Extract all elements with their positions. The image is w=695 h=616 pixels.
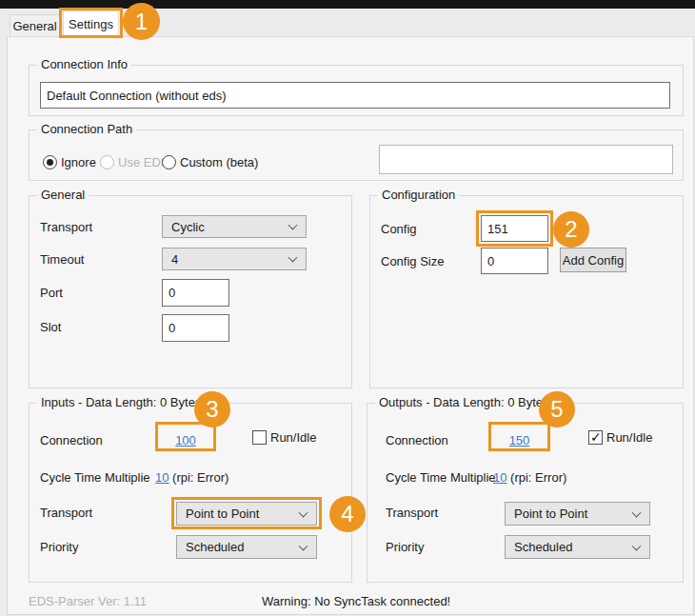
config-value: 151 bbox=[487, 222, 508, 236]
inputs-cycle-suffix: (rpi: Error) bbox=[169, 470, 228, 485]
outputs-connection-link[interactable]: 150 bbox=[488, 433, 550, 448]
annotation-badge-4: 4 bbox=[329, 496, 366, 532]
connection-info-value: Default Connection (without eds) bbox=[47, 89, 227, 103]
chevron-down-icon bbox=[288, 221, 298, 230]
transport-value-general: Cyclic bbox=[171, 220, 205, 234]
inputs-priority-label: Priority bbox=[40, 540, 78, 555]
outputs-transport-dropdown[interactable]: Point to Point bbox=[505, 502, 650, 526]
outputs-transport-label: Transport bbox=[386, 506, 438, 521]
inputs-connection-label: Connection bbox=[40, 433, 103, 448]
tab-settings[interactable]: Settings bbox=[63, 10, 119, 37]
config-size-field[interactable]: 0 bbox=[481, 248, 548, 274]
outputs-run-idle-checkbox[interactable] bbox=[588, 430, 603, 445]
radio-use-eds[interactable] bbox=[100, 155, 114, 169]
tab-general-label: General bbox=[12, 19, 56, 33]
slot-value: 0 bbox=[169, 321, 175, 335]
inputs-connection-link[interactable]: 100 bbox=[155, 433, 216, 448]
outputs-cycle-link[interactable]: 10 bbox=[493, 470, 506, 485]
synctask-warning: Warning: No SyncTask connected! bbox=[262, 594, 450, 609]
outputs-connection-label: Connection bbox=[386, 433, 448, 448]
connection-info-title: Connection Info bbox=[37, 57, 131, 71]
connection-path-field[interactable] bbox=[379, 145, 673, 174]
outputs-cycle-label: Cycle Time Multiplie bbox=[386, 470, 496, 486]
config-size-label: Config Size bbox=[381, 254, 444, 269]
inputs-cycle-link[interactable]: 10 bbox=[155, 470, 169, 485]
slot-label: Slot bbox=[40, 320, 61, 335]
outputs-cycle-suffix: (rpi: Error) bbox=[506, 470, 566, 485]
tab-general[interactable]: General bbox=[10, 14, 60, 37]
chevron-down-icon bbox=[299, 541, 308, 550]
timeout-value: 4 bbox=[171, 252, 178, 267]
transport-label-general: Transport bbox=[40, 220, 92, 235]
annotation-badge-3: 3 bbox=[194, 391, 230, 427]
add-config-button-label: Add Config bbox=[563, 253, 624, 268]
top-black-bar bbox=[0, 0, 695, 9]
config-field[interactable]: 151 bbox=[481, 215, 548, 242]
annotation-badge-1: 1 bbox=[123, 3, 160, 40]
inputs-cycle-value-row: 10 (rpi: Error) bbox=[155, 470, 228, 486]
config-label: Config bbox=[381, 222, 417, 237]
tab-settings-label: Settings bbox=[69, 17, 113, 31]
chevron-down-icon bbox=[299, 507, 308, 517]
outputs-priority-label: Priority bbox=[386, 540, 424, 555]
inputs-transport-value: Point to Point bbox=[186, 507, 259, 521]
connection-path-title: Connection Path bbox=[37, 122, 136, 136]
general-group-title: General bbox=[37, 188, 89, 202]
inputs-cycle-label: Cycle Time Multiplie bbox=[40, 470, 150, 486]
inputs-run-idle-label: Run/Idle bbox=[270, 430, 316, 446]
chevron-down-icon bbox=[632, 541, 642, 550]
inputs-run-idle-checkbox[interactable] bbox=[252, 430, 267, 445]
outputs-priority-dropdown[interactable]: Scheduled bbox=[505, 535, 650, 559]
transport-dropdown-general[interactable]: Cyclic bbox=[162, 215, 307, 238]
radio-ignore[interactable] bbox=[43, 155, 57, 169]
connection-info-field[interactable]: Default Connection (without eds) bbox=[40, 82, 670, 109]
radio-custom-beta[interactable] bbox=[162, 155, 176, 169]
slot-field[interactable]: 0 bbox=[162, 314, 229, 342]
inputs-priority-dropdown[interactable]: Scheduled bbox=[176, 535, 317, 559]
inputs-priority-value: Scheduled bbox=[186, 540, 244, 554]
annotation-badge-2: 2 bbox=[553, 211, 589, 248]
timeout-dropdown[interactable]: 4 bbox=[162, 248, 307, 270]
port-field[interactable]: 0 bbox=[162, 279, 229, 307]
port-value: 0 bbox=[169, 286, 175, 300]
port-label: Port bbox=[40, 286, 63, 301]
outputs-priority-value: Scheduled bbox=[514, 540, 572, 554]
timeout-label: Timeout bbox=[40, 252, 84, 268]
config-size-value: 0 bbox=[487, 254, 494, 268]
inputs-group-title: Inputs - Data Length: 0 Bytes bbox=[37, 395, 205, 409]
add-config-button[interactable]: Add Config bbox=[560, 248, 626, 272]
inputs-transport-dropdown[interactable]: Point to Point bbox=[176, 502, 317, 526]
outputs-run-idle-label: Run/Idle bbox=[606, 430, 652, 446]
chevron-down-icon bbox=[288, 253, 298, 263]
inputs-transport-label: Transport bbox=[40, 506, 92, 521]
radio-ignore-label: Ignore bbox=[61, 155, 96, 169]
outputs-cycle-value-row: 10 (rpi: Error) bbox=[493, 470, 566, 486]
radio-custom-beta-label: Custom (beta) bbox=[180, 155, 258, 169]
eds-parser-version: EDS-Parser Ver: 1.11 bbox=[29, 594, 147, 609]
configuration-group-title: Configuration bbox=[378, 188, 459, 202]
chevron-down-icon bbox=[632, 507, 642, 517]
outputs-group-title: Outputs - Data Length: 0 Bytes bbox=[375, 395, 553, 409]
annotation-badge-5: 5 bbox=[539, 391, 575, 427]
outputs-transport-value: Point to Point bbox=[514, 507, 587, 521]
